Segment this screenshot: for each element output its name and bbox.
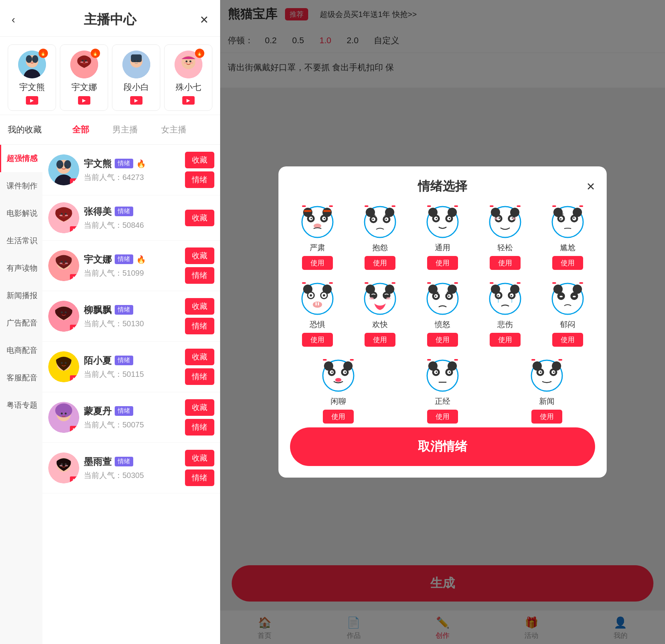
collect-button[interactable]: 收藏 (185, 210, 214, 226)
panda-face-beishang[interactable] (488, 281, 522, 316)
anchor-row-name: 蒙夏丹 (84, 405, 112, 417)
panda-face-yansu[interactable] (300, 205, 335, 239)
tab-female[interactable]: 女主播 (149, 121, 198, 139)
panda-face-baoyuan[interactable] (363, 205, 397, 239)
emotion-button[interactable]: 情绪 (185, 368, 214, 385)
svg-rect-110 (490, 205, 494, 207)
use-button[interactable]: 使用 (531, 410, 562, 424)
panda-face-huankuai[interactable] (363, 281, 397, 316)
panel-close-button[interactable]: ✕ (193, 14, 209, 26)
featured-anchor-card[interactable]: 🔥 宇文娜 (60, 44, 108, 111)
sidebar-cat-item[interactable]: 广告配音 (0, 309, 42, 337)
featured-anchor-card[interactable]: 🔥 宇文熊 (8, 44, 56, 111)
use-button[interactable]: 使用 (365, 333, 395, 347)
panda-face-xianliao[interactable] (321, 358, 356, 393)
use-button[interactable]: 使用 (490, 333, 521, 347)
svg-point-51 (65, 362, 67, 364)
action-buttons: 收藏 (185, 210, 214, 226)
svg-point-200 (449, 371, 450, 373)
play-button[interactable] (78, 96, 90, 105)
anchor-name-row: 柳飘飘 情绪 (84, 304, 180, 316)
emotion-label: 通用 (435, 242, 450, 253)
svg-point-10 (81, 60, 83, 62)
collect-button[interactable]: 收藏 (185, 349, 214, 365)
sidebar-cat-item[interactable]: 生活常识 (0, 227, 42, 254)
anchor-avatar-wrap: 🔥 (18, 51, 46, 78)
anchor-avatar-wrap: 🔥 (175, 51, 202, 78)
anchor-list-avatar: ▶ (48, 250, 79, 281)
panda-face-yumen[interactable] (550, 281, 585, 316)
collect-button[interactable]: 收藏 (185, 450, 214, 466)
featured-anchor-card[interactable]: 🔥 殊小七 (164, 44, 212, 111)
svg-point-71 (324, 218, 325, 219)
svg-point-109 (512, 217, 516, 220)
back-button[interactable]: ‹ (12, 14, 27, 26)
modal-overlay: 情绪选择 ✕ (220, 0, 665, 644)
panda-face-ganga[interactable] (550, 205, 585, 239)
anchor-list-item: ▶ 蒙夏丹 情绪 当前人气：50075 收藏 情绪 (42, 392, 220, 443)
anchor-info: 蒙夏丹 情绪 当前人气：50075 (84, 405, 180, 430)
panda-face-zhengjing[interactable] (425, 358, 460, 393)
fire-icon: 🔥 (136, 255, 146, 264)
popularity-text: 当前人气：50075 (84, 420, 144, 429)
use-button[interactable]: 使用 (490, 256, 521, 270)
panda-face-xinwen[interactable] (529, 358, 564, 393)
svg-point-60 (65, 463, 67, 465)
anchor-list-avatar: ▶ (48, 301, 79, 332)
panda-face-qingsong[interactable] (488, 205, 522, 239)
play-button[interactable] (130, 96, 142, 105)
svg-point-23 (184, 62, 187, 64)
sidebar-cat-item[interactable]: 电影解说 (0, 200, 42, 227)
use-button[interactable]: 使用 (302, 256, 333, 270)
use-button[interactable]: 使用 (323, 410, 354, 424)
sidebar-cat-item[interactable]: 有声读物 (0, 254, 42, 282)
emotion-button[interactable]: 情绪 (185, 267, 214, 284)
use-button[interactable]: 使用 (302, 333, 333, 347)
emotion-label: 闲聊 (331, 396, 346, 407)
use-button[interactable]: 使用 (552, 256, 583, 270)
panel-header: ‹ 主播中心 ✕ (0, 0, 220, 37)
emotion-button[interactable]: 情绪 (185, 469, 214, 486)
svg-point-34 (61, 213, 63, 215)
sidebar-cat-item[interactable]: 电商配音 (0, 337, 42, 364)
sidebar-cat-item[interactable]: 课件制作 (0, 172, 42, 200)
tab-all[interactable]: 全部 (61, 121, 101, 139)
collect-button[interactable]: 收藏 (185, 298, 214, 315)
sidebar-cat-item[interactable]: 客服配音 (0, 364, 42, 391)
use-button[interactable]: 使用 (427, 256, 458, 270)
collect-button[interactable]: 收藏 (185, 152, 214, 168)
svg-point-54 (55, 403, 72, 417)
svg-point-211 (540, 371, 541, 373)
use-button[interactable]: 使用 (552, 333, 583, 347)
svg-rect-213 (531, 359, 535, 361)
use-button[interactable]: 使用 (427, 410, 458, 424)
svg-rect-167 (490, 282, 494, 284)
panda-face-kongju[interactable] (300, 281, 335, 316)
featured-anchor-card[interactable]: 段小白 (112, 44, 160, 111)
left-panel: ‹ 主播中心 ✕ (0, 0, 220, 644)
svg-rect-214 (558, 359, 562, 361)
play-button[interactable] (182, 96, 195, 105)
action-buttons: 收藏 情绪 (185, 399, 214, 436)
action-buttons: 收藏 情绪 (185, 450, 214, 486)
collect-button[interactable]: 收藏 (185, 247, 214, 264)
popularity-text: 当前人气：51099 (84, 269, 144, 277)
emotion-item-kongju: 恐惧 使用 (290, 281, 345, 347)
svg-rect-137 (329, 282, 333, 284)
panda-face-tongyong[interactable] (425, 205, 460, 239)
emotion-button[interactable]: 情绪 (185, 171, 214, 188)
emotion-button[interactable]: 情绪 (185, 318, 214, 334)
cancel-emotion-button[interactable]: 取消情绪 (290, 427, 595, 466)
sidebar-cat-item[interactable]: 粤语专题 (0, 391, 42, 419)
use-button[interactable]: 使用 (365, 256, 395, 270)
collect-button[interactable]: 收藏 (185, 399, 214, 416)
panda-face-fennu[interactable] (425, 281, 460, 316)
modal-close-button[interactable]: ✕ (586, 180, 595, 193)
sidebar-cat-item[interactable]: 超强情感 (0, 145, 42, 172)
sidebar-cat-item[interactable]: 新闻播报 (0, 282, 42, 309)
tab-male[interactable]: 男主播 (101, 121, 149, 139)
emotion-button[interactable]: 情绪 (185, 419, 214, 436)
svg-rect-190 (323, 359, 327, 361)
play-button[interactable] (26, 96, 38, 105)
use-button[interactable]: 使用 (427, 333, 458, 347)
